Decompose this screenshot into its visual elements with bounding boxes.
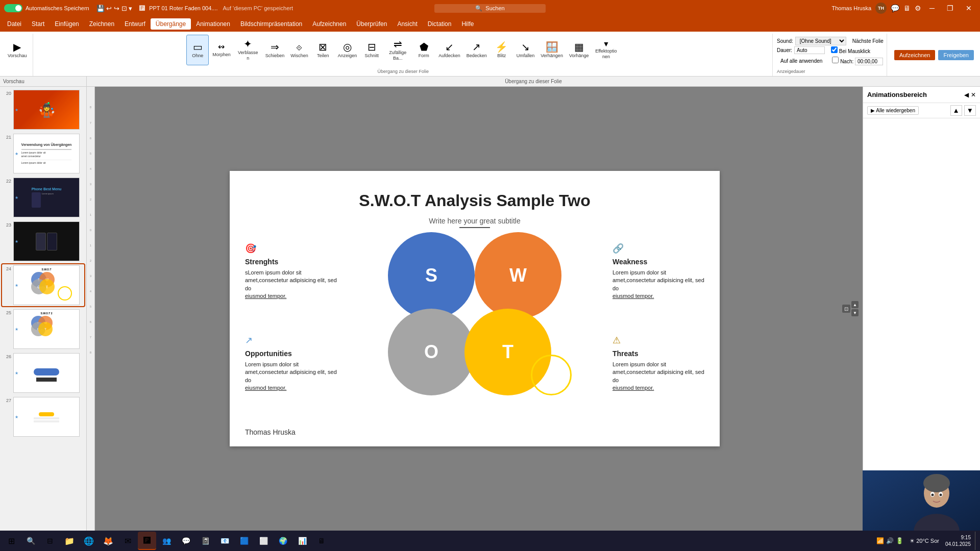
taskbar-powerpoint[interactable]: 🅿	[138, 532, 156, 550]
sound-select[interactable]: [Ohne Sound]	[795, 37, 846, 45]
restore-button[interactable]: ❐	[943, 0, 958, 16]
selection-circle-thumb	[58, 286, 72, 300]
slide-thumb-21[interactable]: 21 Verwendung von Übergängen Lorem ipsum…	[2, 133, 84, 174]
taskbar-outlook[interactable]: 📧	[215, 532, 234, 550]
weakness-link[interactable]: eiusmod tempor.	[612, 293, 654, 299]
after-checkbox[interactable]	[832, 57, 839, 63]
taskbar-teams[interactable]: 👥	[157, 532, 176, 550]
apply-all-button[interactable]: Auf alle anwenden	[777, 55, 826, 66]
anim-order-up[interactable]: ▲	[950, 105, 962, 116]
toolbar-icon-chat[interactable]: 💬	[891, 4, 899, 12]
taskbar-app11[interactable]: 📊	[293, 532, 311, 550]
slide-thumb-22[interactable]: 22 Phone Best Menu Lorem ipsum ★	[2, 177, 84, 218]
form-label: Form	[419, 53, 429, 59]
umfallen-icon: ↘	[521, 42, 530, 52]
menu-entwurf[interactable]: Entwurf	[119, 18, 151, 30]
effect-options-button[interactable]: ▼ Effektoptionen	[592, 35, 620, 65]
transition-wischen[interactable]: ⟐ Wischen	[288, 35, 311, 65]
slide-img-27: ★	[13, 397, 80, 437]
taskbar-chrome[interactable]: 🌐	[80, 532, 98, 550]
transition-anzeigen[interactable]: ◎ Anzeigen	[335, 35, 360, 65]
anim-order-down[interactable]: ▼	[964, 105, 976, 116]
menu-ueberpruefen[interactable]: Überprüfen	[351, 18, 392, 30]
sound-icon[interactable]: 🔊	[886, 537, 894, 544]
taskbar-task-view[interactable]: ⊟	[41, 532, 59, 550]
preview-button[interactable]: ▶ Vorschau	[5, 35, 30, 65]
taskbar-mail[interactable]: ✉	[118, 532, 137, 550]
menu-uebergaenge[interactable]: Übergänge	[151, 18, 191, 30]
taskbar-app10[interactable]: 🌍	[274, 532, 292, 550]
menu-hilfe[interactable]: Hilfe	[456, 18, 479, 30]
toolbar-icon-settings[interactable]: ⚙	[915, 4, 921, 12]
threats-link[interactable]: eiusmod tempor.	[612, 385, 654, 391]
show-desktop-btn[interactable]	[975, 532, 978, 550]
anim-order-buttons: ▲ ▼	[950, 105, 976, 116]
taskbar-app9[interactable]: ⬜	[254, 532, 273, 550]
after-input[interactable]	[855, 58, 883, 65]
apply-after-field: Auf alle anwenden Nach:	[777, 55, 883, 66]
anzeigen-icon: ◎	[343, 42, 352, 52]
taskbar-system-tray: 📶 🔊 🔋 ☀ 20°C Sor 9:15 04.01.2025	[876, 532, 978, 550]
transition-verhaengen[interactable]: 🪟 Verhängen	[538, 35, 566, 65]
slide-thumb-20[interactable]: 20 🤹 ★	[2, 89, 84, 131]
transition-zufaellig[interactable]: ⇌ Zufällige Ba...	[384, 35, 411, 65]
transition-ohne[interactable]: ▭ Ohne	[186, 35, 209, 65]
menu-einfuegen[interactable]: Einfügen	[50, 18, 84, 30]
transition-umfallen[interactable]: ↘ Umfallen	[514, 35, 537, 65]
start-button[interactable]: ⊞	[2, 532, 20, 550]
transition-form[interactable]: ⬟ Form	[412, 35, 435, 65]
star-21: ★	[15, 152, 18, 156]
transition-schieben[interactable]: ⇒ Schieben	[263, 35, 287, 65]
nav-down-arrow[interactable]: ▼	[851, 309, 859, 316]
taskbar-onenote[interactable]: 📓	[196, 532, 214, 550]
autosave-toggle[interactable]	[4, 4, 22, 12]
anim-close-button[interactable]: ✕	[971, 91, 976, 98]
mouse-click-checkbox[interactable]	[831, 46, 838, 53]
transition-blitz[interactable]: ⚡ Blitz	[491, 35, 513, 65]
transition-vorhaenge[interactable]: ▦ Vorhänge	[567, 35, 592, 65]
slide-thumb-23[interactable]: 23 ★	[2, 220, 84, 262]
menu-animationen[interactable]: Animationen	[191, 18, 235, 30]
teilen-label: Teilen	[317, 53, 329, 59]
menu-zeichnen[interactable]: Zeichnen	[84, 18, 119, 30]
slide-thumb-27[interactable]: 27 ★	[2, 396, 84, 438]
opportunities-link[interactable]: eiusmod tempor.	[245, 385, 286, 391]
menu-bildschirmpraesentation[interactable]: Bildschirmpräsentation	[235, 18, 307, 30]
strengths-link[interactable]: eiusmod tempor.	[245, 293, 286, 299]
slide-panel[interactable]: 20 🤹 ★ 21 Verwendung von Übergängen Lore…	[0, 87, 87, 531]
minimize-button[interactable]: ─	[925, 0, 939, 16]
transition-aufdecken[interactable]: ↙ Aufdecken	[436, 35, 463, 65]
transition-schnitt[interactable]: ⊟ Schnitt	[360, 35, 383, 65]
slide-thumb-24[interactable]: 24 S.W.O.T S W O T ★	[2, 264, 84, 306]
menu-datei[interactable]: Datei	[2, 18, 27, 30]
taskbar-firefox[interactable]: 🦊	[99, 532, 117, 550]
menu-dictation[interactable]: Dictation	[423, 18, 457, 30]
fit-button[interactable]: ⊡	[842, 305, 850, 313]
menu-start[interactable]: Start	[27, 18, 50, 30]
close-button[interactable]: ✕	[962, 0, 976, 16]
taskbar-app8[interactable]: 🟦	[235, 532, 253, 550]
play-all-button[interactable]: ▶ Alle wiedergeben	[867, 106, 919, 115]
taskbar-slack[interactable]: 💬	[177, 532, 195, 550]
transitions-section-label: Übergang zu dieser Folie	[378, 69, 429, 75]
toolbar-icon-present[interactable]: 🖥	[903, 4, 911, 12]
record-button[interactable]: Aufzeichnen	[894, 50, 936, 60]
transition-teilen[interactable]: ⊠ Teilen	[312, 35, 334, 65]
menu-ansicht[interactable]: Ansicht	[392, 18, 422, 30]
taskbar-explorer[interactable]: 📁	[60, 532, 79, 550]
share-button[interactable]: Freigeben	[938, 50, 974, 60]
ribbon-action-area: Aufzeichnen Freigeben	[890, 34, 978, 76]
transition-morphen[interactable]: ↭ Morphen	[210, 35, 233, 65]
transition-bedecken[interactable]: ↗ Bedecken	[464, 35, 489, 65]
wifi-icon[interactable]: 📶	[876, 537, 884, 544]
nav-up-arrow[interactable]: ▲	[851, 301, 859, 308]
transition-verblassen[interactable]: ✦ Verblassen	[234, 35, 262, 65]
battery-icon[interactable]: 🔋	[896, 537, 903, 544]
slide-thumb-25[interactable]: 25 S.W.O.T 2 S W O T ★	[2, 308, 84, 350]
anim-collapse-button[interactable]: ◀	[964, 91, 969, 98]
duration-input[interactable]	[794, 46, 825, 54]
menu-aufzeichnen[interactable]: Aufzeichnen	[307, 18, 351, 30]
taskbar-search[interactable]: 🔍	[21, 532, 40, 550]
slide-thumb-26[interactable]: 26 ★	[2, 352, 84, 394]
taskbar-app12[interactable]: 🖥	[312, 532, 331, 550]
